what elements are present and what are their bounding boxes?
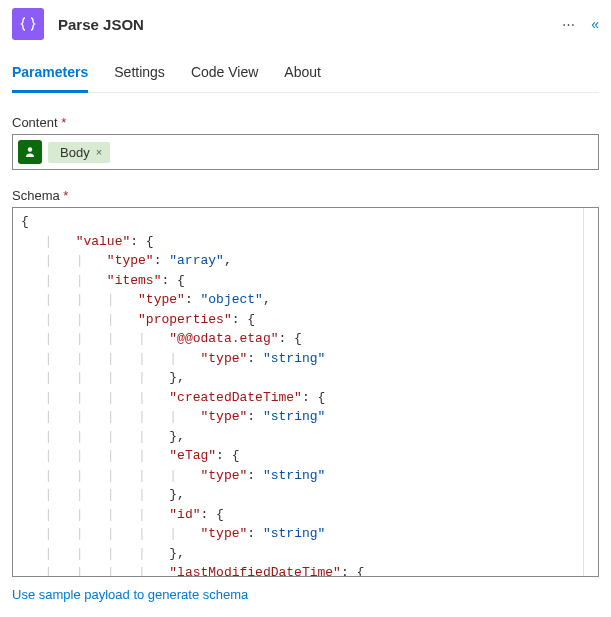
action-title: Parse JSON <box>58 16 562 33</box>
body-token-icon <box>18 140 42 164</box>
tab-codeview[interactable]: Code View <box>191 56 258 93</box>
more-button[interactable]: ⋯ <box>562 17 577 32</box>
content-required: * <box>61 115 66 130</box>
content-label: Content * <box>12 115 599 130</box>
action-header: Parse JSON ⋯ « <box>12 8 599 40</box>
schema-label-text: Schema <box>12 188 60 203</box>
body-token[interactable]: Body × <box>48 142 110 163</box>
body-token-remove[interactable]: × <box>96 146 102 158</box>
tab-parameters[interactable]: Parameters <box>12 56 88 93</box>
parse-json-icon <box>12 8 44 40</box>
generate-schema-link[interactable]: Use sample payload to generate schema <box>12 587 248 602</box>
schema-editor[interactable]: { | "value": { | | "type": "array", | | … <box>12 207 599 577</box>
schema-label: Schema * <box>12 188 599 203</box>
tab-settings[interactable]: Settings <box>114 56 165 93</box>
tab-about[interactable]: About <box>284 56 321 93</box>
content-label-text: Content <box>12 115 58 130</box>
collapse-button[interactable]: « <box>591 16 599 32</box>
svg-point-0 <box>28 147 32 151</box>
tab-bar: Parameters Settings Code View About <box>12 56 599 93</box>
schema-required: * <box>63 188 68 203</box>
content-input[interactable]: Body × <box>12 134 599 170</box>
body-token-label: Body <box>60 145 90 160</box>
